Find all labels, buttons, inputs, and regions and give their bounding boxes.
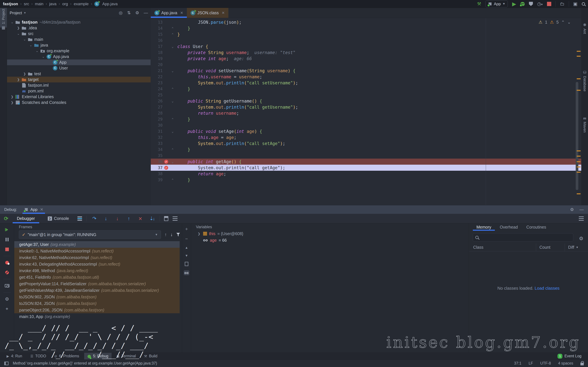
fold-icon[interactable]: ⌃ xyxy=(170,148,175,151)
coverage-button[interactable] xyxy=(529,2,533,6)
gear-icon[interactable]: ⚙ xyxy=(135,10,139,15)
code-line-21[interactable]: 21⌄ public void setUsername(String usern… xyxy=(151,68,581,74)
stop-icon[interactable] xyxy=(5,248,9,251)
code-line-20[interactable]: 20 xyxy=(151,62,581,68)
breadcrumb-item[interactable]: main xyxy=(35,2,43,6)
stack-frame[interactable]: invoke:62, NativeMethodAccessorImpl(sun.… xyxy=(14,254,180,261)
tree-chevron-icon[interactable]: ❯ xyxy=(9,100,15,104)
editor-scrollbar[interactable] xyxy=(576,82,578,190)
warning-stripe-mark[interactable] xyxy=(577,56,581,57)
variable-row-this[interactable]: ❯ this = {User@608} xyxy=(191,230,468,237)
code-line-31[interactable]: 31⌄ public void setAge(int age) { xyxy=(151,128,581,134)
remove-watch-icon[interactable]: − xyxy=(185,236,188,242)
evaluate-expression-icon[interactable] xyxy=(164,216,168,221)
mute-breakpoints-icon[interactable] xyxy=(5,271,9,274)
lock-icon[interactable] xyxy=(580,363,584,365)
profiler-button[interactable]: ◷▾ xyxy=(537,1,543,7)
warning-stripe-mark[interactable] xyxy=(577,51,581,52)
stop-button[interactable] xyxy=(547,2,551,6)
code-line-33[interactable]: 33 System.out.println("call setAge"); xyxy=(151,140,581,146)
tree-item-test[interactable]: ❯test xyxy=(7,71,151,77)
stack-frame[interactable]: invoke:498, Method(java.lang.reflect) xyxy=(14,267,180,274)
tree-item-app[interactable]: CApp xyxy=(7,59,151,65)
show-watches-icon[interactable]: oo xyxy=(184,270,189,275)
fold-icon[interactable]: ⌄ xyxy=(170,160,175,164)
line-separator[interactable]: LF xyxy=(529,361,533,366)
project-structure-icon[interactable]: 🗀 xyxy=(560,1,564,7)
fold-icon[interactable]: ⌃ xyxy=(170,178,175,182)
tree-chevron-icon[interactable]: ⌄ xyxy=(28,43,34,47)
debug-settings-icon[interactable]: ⚙ xyxy=(4,296,10,302)
thread-dropdown[interactable]: ✓ "main"@1 in group "main": RUNNING ▼ xyxy=(19,230,161,239)
stack-frame[interactable]: toJSON:902, JSON(com.alibaba.fastjson) xyxy=(14,294,180,300)
tab-debugger[interactable]: Debugger xyxy=(13,214,39,223)
sidebar-item-maven[interactable]: mMaven xyxy=(581,116,588,133)
toolwindow-button-todo[interactable]: ☰TODO xyxy=(27,353,49,360)
stack-frame[interactable]: invoke0:-1, NativeMethodAccessorImpl(sun… xyxy=(14,248,180,254)
code-line-19[interactable]: 19 private int age; age: 66 xyxy=(151,56,581,62)
step-over-icon[interactable]: ↷ xyxy=(91,216,98,221)
code-line-14[interactable]: 14⌃ } xyxy=(151,25,581,31)
breadcrumb-item[interactable]: App.java xyxy=(102,2,117,6)
warning-stripe-mark[interactable] xyxy=(577,161,581,162)
code-line-23[interactable]: 23 System.out.println("call setUsername"… xyxy=(151,80,581,86)
breadcrumb-item[interactable]: fastjson xyxy=(3,2,18,6)
code-area[interactable]: 13 JSON.parse(json);14⌃ }15⌃}1617⌄class … xyxy=(151,18,581,205)
project-panel-title[interactable]: Project xyxy=(10,11,22,15)
sidebar-item-database[interactable]: ⛁Database xyxy=(581,70,588,92)
close-icon[interactable]: ✕ xyxy=(180,11,183,15)
tree-item-java[interactable]: ⌄java xyxy=(7,42,151,48)
breakpoint-icon[interactable]: ✔ xyxy=(163,160,170,164)
tree-item-external-libraries[interactable]: ❯External Libraries xyxy=(7,94,151,100)
breadcrumb-item[interactable]: example xyxy=(74,2,89,6)
code-line-29[interactable]: 29⌃ } xyxy=(151,116,581,122)
fold-icon[interactable]: ⌃ xyxy=(170,33,175,36)
close-icon[interactable]: ✕ xyxy=(40,207,43,212)
code-line-25[interactable]: 25 xyxy=(151,92,581,98)
indent-setting[interactable]: 4 spaces xyxy=(558,361,573,366)
code-line-32[interactable]: 32 this.age = age; xyxy=(151,134,581,140)
force-step-into-icon[interactable]: ↓ xyxy=(114,216,121,221)
move-down-icon[interactable]: ▼ xyxy=(185,254,188,258)
run-config-dropdown[interactable]: App ▼ xyxy=(485,0,508,7)
stack-frame[interactable]: getAge:37, User(org.example) xyxy=(14,241,180,248)
warning-stripe-mark[interactable] xyxy=(577,172,581,173)
fold-icon[interactable]: ⌃ xyxy=(170,26,175,30)
step-out-icon[interactable]: ↑ xyxy=(125,216,132,221)
locate-file-icon[interactable]: ◎ xyxy=(119,10,122,15)
code-line-30[interactable]: 30 xyxy=(151,122,581,128)
sidebar-item-ant[interactable]: ❋Ant xyxy=(581,23,588,34)
stack-frame[interactable]: getFieldValuesMap:439, JavaBeanSerialize… xyxy=(14,287,180,294)
column-count[interactable]: Count xyxy=(536,243,565,251)
stack-frame[interactable]: parseObject:206, JSON(com.alibaba.fastjs… xyxy=(14,307,180,313)
toolwindow-button-5-debug[interactable]: ⬤5: Debug xyxy=(84,353,112,360)
debug-session-tab[interactable]: App ✕ xyxy=(23,205,45,214)
step-into-icon[interactable]: ↓ xyxy=(102,216,109,221)
tree-item-fastjson[interactable]: ⌄fastjson~/d4m1ts/java/fastjson xyxy=(7,19,151,25)
toolwindow-button-4-run[interactable]: ▶4: Run xyxy=(3,353,26,360)
breakpoint-icon[interactable]: ✔ xyxy=(163,166,170,170)
breadcrumb-item[interactable]: src xyxy=(24,2,29,6)
code-line-17[interactable]: 17⌄class User { xyxy=(151,43,581,50)
code-line-35[interactable]: 35 xyxy=(151,152,581,158)
run-to-cursor-icon[interactable]: ⇣ᵢ xyxy=(148,216,155,221)
fold-icon[interactable]: ⌃ xyxy=(170,87,175,91)
copy-icon[interactable] xyxy=(185,262,188,266)
breadcrumb[interactable]: fastjson›src›main›java›org›example›CApp.… xyxy=(3,1,118,6)
chevron-right-icon[interactable]: ❯ xyxy=(197,232,201,236)
build-hammer-icon[interactable]: ⚒ xyxy=(477,1,481,7)
view-options-icon[interactable] xyxy=(173,217,178,221)
pin-icon[interactable]: ⌖ xyxy=(4,306,10,312)
code-line-15[interactable]: 15⌃} xyxy=(151,31,581,37)
code-line-39[interactable]: 39⌃ } xyxy=(151,177,581,183)
warning-stripe-mark[interactable] xyxy=(577,90,581,91)
fold-icon[interactable]: ⌄ xyxy=(170,99,175,103)
tab-memory[interactable]: Memory xyxy=(473,224,495,231)
tree-item--idea[interactable]: ❯.idea xyxy=(7,25,151,31)
column-class[interactable]: Class xyxy=(469,243,536,251)
sidebar-item-project[interactable]: 1: Project▦ xyxy=(0,9,7,30)
code-line-37[interactable]: 37✔ System.out.println("call getAge"); xyxy=(151,165,581,171)
stack-frame[interactable]: get:451, FieldInfo(com.alibaba.fastjson.… xyxy=(14,274,180,281)
move-up-icon[interactable]: ▲ xyxy=(185,246,188,250)
column-diff[interactable]: Diff▼ xyxy=(565,245,579,250)
